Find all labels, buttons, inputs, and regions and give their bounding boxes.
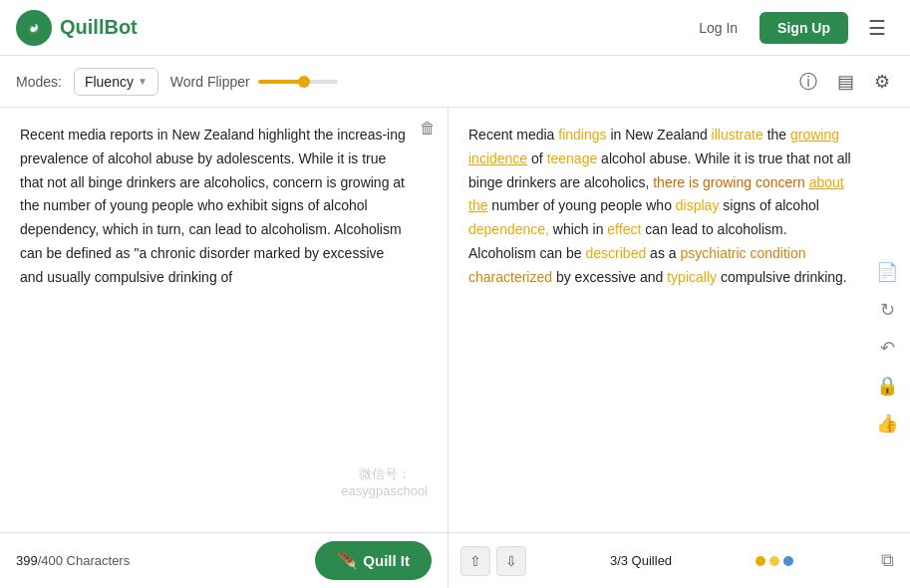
highlight-growing-incidence: growing incidence [468, 127, 839, 166]
char-count-value: 399 [16, 553, 38, 568]
signup-button[interactable]: Sign Up [759, 12, 848, 44]
right-action-icons: 📄 ↻ ↶ 🔒 👍 [872, 257, 902, 439]
slider-thumb [298, 76, 310, 88]
dot-2 [769, 556, 779, 566]
nav-down-button[interactable]: ⇩ [496, 546, 526, 576]
settings-button[interactable]: ⚙ [870, 67, 894, 97]
stats-button[interactable]: ▤ [833, 67, 858, 97]
fluency-mode-button[interactable]: Fluency ▼ [74, 68, 158, 96]
header: QuillBot Log In Sign Up ☰ [0, 0, 910, 56]
toolbar-right: ⓘ ▤ ⚙ [795, 66, 894, 98]
left-footer: 399/400 Characters 🪶 Quill It [0, 532, 448, 588]
highlight-illustrate: illustrate [712, 127, 763, 143]
nav-up-button[interactable]: ⇧ [460, 546, 490, 576]
quilled-count-value: 3/3 Quilled [610, 553, 672, 568]
logo-area: QuillBot [16, 10, 138, 46]
login-button[interactable]: Log In [689, 14, 748, 42]
slider-fill [258, 80, 303, 84]
lock-button[interactable]: 🔒 [872, 371, 902, 401]
char-count: 399/400 Characters [16, 553, 130, 568]
thumbsup-button[interactable]: 👍 [872, 409, 902, 439]
toolbar: Modes: Fluency ▼ Word Flipper ⓘ ▤ ⚙ [0, 56, 910, 108]
delete-button[interactable]: 🗑 [420, 120, 436, 138]
undo-button[interactable]: ↶ [876, 333, 899, 363]
navigation-buttons: ⇧ ⇩ [460, 546, 526, 576]
main-area: 🗑 Recent media reports in New Zealand hi… [0, 108, 910, 588]
fluency-label: Fluency [85, 74, 134, 90]
dot-3 [783, 556, 793, 566]
highlight-typically: typically [667, 269, 717, 285]
copy-doc-button[interactable]: 📄 [872, 257, 902, 287]
quill-it-button[interactable]: 🪶 Quill It [315, 541, 432, 580]
copy-output-button[interactable]: ⧉ [877, 546, 898, 575]
help-button[interactable]: ⓘ [795, 66, 821, 98]
fluency-dropdown-arrow: ▼ [138, 76, 148, 87]
highlight-described: described [586, 245, 647, 261]
highlight-dependence: dependence, [468, 221, 549, 237]
logo-icon [16, 10, 52, 46]
quilled-count: 3/3 Quilled [610, 553, 672, 568]
right-footer: ⇧ ⇩ 3/3 Quilled ⧉ [449, 532, 910, 588]
progress-dots [756, 556, 793, 566]
quill-icon: 🪶 [337, 551, 357, 570]
left-panel: 🗑 Recent media reports in New Zealand hi… [0, 108, 449, 588]
header-right: Log In Sign Up ☰ [689, 12, 894, 44]
highlight-display: display [676, 197, 720, 213]
modes-label: Modes: [16, 74, 62, 90]
refresh-button[interactable]: ↻ [876, 295, 899, 325]
word-flipper-slider[interactable] [258, 80, 338, 84]
right-panel: Recent media findings in New Zealand ill… [449, 108, 910, 588]
word-flipper-label: Word Flipper [170, 74, 250, 90]
highlight-effect: effect [607, 221, 641, 237]
highlight-findings: findings [558, 127, 606, 143]
word-flipper-area: Word Flipper [170, 74, 338, 90]
logo-text: QuillBot [60, 16, 138, 39]
input-text-area[interactable]: Recent media reports in New Zealand high… [0, 108, 448, 532]
dot-1 [756, 556, 765, 566]
menu-button[interactable]: ☰ [860, 12, 894, 44]
svg-point-2 [32, 23, 36, 27]
highlight-there-is-growing-concern: there is growing concern [653, 174, 805, 190]
highlight-teenage: teenage [547, 150, 598, 166]
quill-btn-label: Quill It [363, 552, 410, 569]
output-text-area: Recent media findings in New Zealand ill… [449, 108, 910, 532]
